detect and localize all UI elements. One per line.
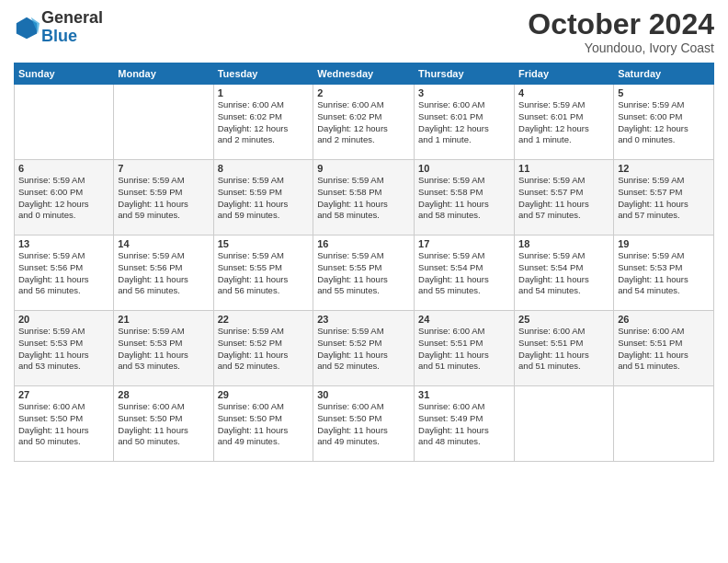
- month-title: October 2024: [528, 9, 714, 39]
- calendar-cell: 5Sunrise: 5:59 AM Sunset: 6:00 PM Daylig…: [614, 85, 714, 160]
- calendar-table: Sunday Monday Tuesday Wednesday Thursday…: [14, 63, 714, 462]
- day-info: Sunrise: 6:00 AM Sunset: 5:51 PM Dayligh…: [418, 326, 510, 373]
- calendar-cell: 14Sunrise: 5:59 AM Sunset: 5:56 PM Dayli…: [114, 236, 213, 311]
- day-info: Sunrise: 6:00 AM Sunset: 5:50 PM Dayligh…: [218, 401, 310, 448]
- calendar-cell: 28Sunrise: 6:00 AM Sunset: 5:50 PM Dayli…: [114, 386, 213, 462]
- calendar-cell: 19Sunrise: 5:59 AM Sunset: 5:53 PM Dayli…: [614, 236, 714, 311]
- calendar-cell: 21Sunrise: 5:59 AM Sunset: 5:53 PM Dayli…: [114, 311, 213, 386]
- calendar-cell: 12Sunrise: 5:59 AM Sunset: 5:57 PM Dayli…: [614, 160, 714, 236]
- day-number: 4: [518, 87, 609, 98]
- day-info: Sunrise: 5:59 AM Sunset: 5:53 PM Dayligh…: [18, 326, 109, 373]
- day-number: 2: [317, 87, 410, 98]
- day-number: 13: [18, 238, 109, 249]
- day-number: 3: [418, 87, 510, 98]
- day-info: Sunrise: 5:59 AM Sunset: 5:59 PM Dayligh…: [118, 175, 209, 222]
- day-info: Sunrise: 5:59 AM Sunset: 5:55 PM Dayligh…: [218, 250, 310, 297]
- calendar-cell: 25Sunrise: 6:00 AM Sunset: 5:51 PM Dayli…: [515, 311, 614, 386]
- calendar-cell: 2Sunrise: 6:00 AM Sunset: 6:02 PM Daylig…: [313, 85, 415, 160]
- week-row-2: 13Sunrise: 5:59 AM Sunset: 5:56 PM Dayli…: [15, 236, 714, 311]
- week-row-1: 6Sunrise: 5:59 AM Sunset: 6:00 PM Daylig…: [15, 160, 714, 236]
- day-number: 9: [317, 163, 410, 174]
- title-section: October 2024 Youndouo, Ivory Coast: [528, 9, 714, 55]
- header-friday: Friday: [515, 63, 614, 85]
- day-number: 27: [18, 389, 109, 400]
- day-number: 12: [618, 163, 710, 174]
- week-row-4: 27Sunrise: 6:00 AM Sunset: 5:50 PM Dayli…: [15, 386, 714, 462]
- day-info: Sunrise: 5:59 AM Sunset: 5:58 PM Dayligh…: [317, 175, 410, 222]
- calendar-cell: 23Sunrise: 5:59 AM Sunset: 5:52 PM Dayli…: [313, 311, 415, 386]
- calendar-cell: 1Sunrise: 6:00 AM Sunset: 6:02 PM Daylig…: [213, 85, 313, 160]
- day-info: Sunrise: 5:59 AM Sunset: 5:57 PM Dayligh…: [618, 175, 710, 222]
- calendar-cell: 29Sunrise: 6:00 AM Sunset: 5:50 PM Dayli…: [213, 386, 313, 462]
- calendar-cell: [114, 85, 213, 160]
- logo-icon: [14, 15, 40, 40]
- day-info: Sunrise: 6:00 AM Sunset: 5:50 PM Dayligh…: [18, 401, 109, 448]
- calendar-cell: 3Sunrise: 6:00 AM Sunset: 6:01 PM Daylig…: [415, 85, 515, 160]
- day-info: Sunrise: 6:00 AM Sunset: 6:02 PM Dayligh…: [218, 99, 310, 146]
- day-info: Sunrise: 5:59 AM Sunset: 5:53 PM Dayligh…: [618, 250, 710, 297]
- calendar-cell: 15Sunrise: 5:59 AM Sunset: 5:55 PM Dayli…: [213, 236, 313, 311]
- day-number: 14: [118, 238, 209, 249]
- day-info: Sunrise: 5:59 AM Sunset: 5:59 PM Dayligh…: [218, 175, 310, 222]
- day-info: Sunrise: 6:00 AM Sunset: 5:50 PM Dayligh…: [317, 401, 410, 448]
- day-number: 18: [518, 238, 609, 249]
- calendar-cell: [15, 85, 114, 160]
- day-info: Sunrise: 5:59 AM Sunset: 5:56 PM Dayligh…: [18, 250, 109, 297]
- calendar-cell: 18Sunrise: 5:59 AM Sunset: 5:54 PM Dayli…: [515, 236, 614, 311]
- calendar-cell: 31Sunrise: 6:00 AM Sunset: 5:49 PM Dayli…: [415, 386, 515, 462]
- day-number: 11: [518, 163, 609, 174]
- calendar-cell: 22Sunrise: 5:59 AM Sunset: 5:52 PM Dayli…: [213, 311, 313, 386]
- header: General Blue October 2024 Youndouo, Ivor…: [14, 9, 714, 55]
- day-info: Sunrise: 5:59 AM Sunset: 5:52 PM Dayligh…: [317, 326, 410, 373]
- day-info: Sunrise: 6:00 AM Sunset: 6:02 PM Dayligh…: [317, 99, 410, 146]
- day-number: 23: [317, 314, 410, 325]
- day-number: 31: [418, 389, 510, 400]
- day-number: 8: [218, 163, 310, 174]
- header-row: Sunday Monday Tuesday Wednesday Thursday…: [15, 63, 714, 85]
- day-info: Sunrise: 5:59 AM Sunset: 5:55 PM Dayligh…: [317, 250, 410, 297]
- day-number: 10: [418, 163, 510, 174]
- day-number: 19: [618, 238, 710, 249]
- day-info: Sunrise: 5:59 AM Sunset: 6:00 PM Dayligh…: [618, 99, 710, 146]
- location: Youndouo, Ivory Coast: [528, 40, 714, 55]
- calendar-cell: 4Sunrise: 5:59 AM Sunset: 6:01 PM Daylig…: [515, 85, 614, 160]
- day-number: 24: [418, 314, 510, 325]
- calendar-cell: 26Sunrise: 6:00 AM Sunset: 5:51 PM Dayli…: [614, 311, 714, 386]
- calendar-cell: 30Sunrise: 6:00 AM Sunset: 5:50 PM Dayli…: [313, 386, 415, 462]
- calendar-cell: [515, 386, 614, 462]
- calendar-cell: 10Sunrise: 5:59 AM Sunset: 5:58 PM Dayli…: [415, 160, 515, 236]
- day-number: 21: [118, 314, 209, 325]
- day-number: 15: [218, 238, 310, 249]
- day-info: Sunrise: 5:59 AM Sunset: 5:53 PM Dayligh…: [118, 326, 209, 373]
- logo: General Blue: [14, 9, 103, 46]
- day-info: Sunrise: 5:59 AM Sunset: 5:54 PM Dayligh…: [418, 250, 510, 297]
- header-saturday: Saturday: [614, 63, 714, 85]
- header-wednesday: Wednesday: [313, 63, 415, 85]
- calendar-cell: 27Sunrise: 6:00 AM Sunset: 5:50 PM Dayli…: [15, 386, 114, 462]
- day-number: 7: [118, 163, 209, 174]
- day-info: Sunrise: 5:59 AM Sunset: 5:57 PM Dayligh…: [518, 175, 609, 222]
- day-number: 29: [218, 389, 310, 400]
- week-row-0: 1Sunrise: 6:00 AM Sunset: 6:02 PM Daylig…: [15, 85, 714, 160]
- day-number: 6: [18, 163, 109, 174]
- day-info: Sunrise: 6:00 AM Sunset: 6:01 PM Dayligh…: [418, 99, 510, 146]
- logo-text: General Blue: [41, 9, 103, 46]
- calendar-cell: 6Sunrise: 5:59 AM Sunset: 6:00 PM Daylig…: [15, 160, 114, 236]
- day-number: 1: [218, 87, 310, 98]
- logo-blue: Blue: [41, 28, 103, 46]
- calendar-cell: 24Sunrise: 6:00 AM Sunset: 5:51 PM Dayli…: [415, 311, 515, 386]
- day-number: 20: [18, 314, 109, 325]
- calendar-cell: 20Sunrise: 5:59 AM Sunset: 5:53 PM Dayli…: [15, 311, 114, 386]
- week-row-3: 20Sunrise: 5:59 AM Sunset: 5:53 PM Dayli…: [15, 311, 714, 386]
- calendar-cell: 9Sunrise: 5:59 AM Sunset: 5:58 PM Daylig…: [313, 160, 415, 236]
- day-info: Sunrise: 5:59 AM Sunset: 5:58 PM Dayligh…: [418, 175, 510, 222]
- header-tuesday: Tuesday: [213, 63, 313, 85]
- day-number: 28: [118, 389, 209, 400]
- day-info: Sunrise: 6:00 AM Sunset: 5:49 PM Dayligh…: [418, 401, 510, 448]
- day-info: Sunrise: 6:00 AM Sunset: 5:50 PM Dayligh…: [118, 401, 209, 448]
- day-number: 17: [418, 238, 510, 249]
- header-monday: Monday: [114, 63, 213, 85]
- day-number: 30: [317, 389, 410, 400]
- logo-general: General: [41, 9, 103, 28]
- day-info: Sunrise: 6:00 AM Sunset: 5:51 PM Dayligh…: [618, 326, 710, 373]
